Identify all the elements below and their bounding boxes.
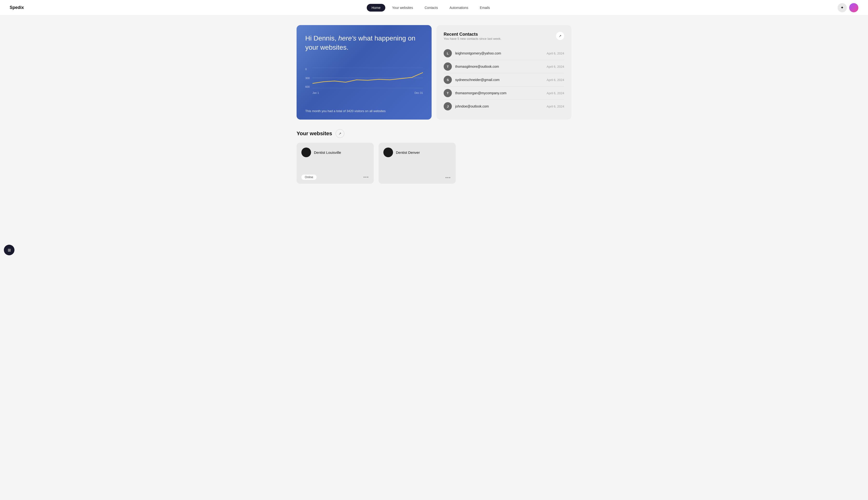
website-icon — [301, 148, 311, 157]
contact-avatar: T — [444, 89, 452, 97]
contact-date: April 6, 2024 — [547, 105, 564, 108]
nav-contacts[interactable]: Contacts — [420, 4, 443, 12]
websites-arrow-button[interactable]: ↗ — [335, 129, 344, 138]
contact-row: L leighmontgomery@yahoo.com April 6, 202… — [444, 47, 564, 60]
your-websites-section: Your websites ↗ Dentist Louisville Onlin… — [297, 129, 571, 184]
website-card-bottom: Online ••• — [301, 174, 369, 180]
main-content: Hi Dennis, here's what happening on your… — [289, 15, 579, 193]
chart-area: 600 300 0 Jan 1 Dec 31 — [305, 68, 423, 94]
contact-date: April 6, 2024 — [547, 91, 564, 95]
chart-x-labels: Jan 1 Dec 31 — [312, 91, 423, 94]
contacts-list: L leighmontgomery@yahoo.com April 6, 202… — [444, 47, 564, 113]
chart-y-labels: 600 300 0 — [305, 68, 310, 88]
contact-email: thomasgilmore@outlook.com — [455, 65, 499, 68]
websites-grid: Dentist Louisville Online ••• Dentist De… — [297, 143, 456, 184]
website-card-top: Dentist Denver — [384, 148, 451, 157]
contact-email: johndoe@outlook.com — [455, 104, 489, 108]
nav-your-websites[interactable]: Your websites — [387, 4, 418, 12]
contact-row: T thomasmorgan@mycompany.com April 6, 20… — [444, 87, 564, 100]
contacts-card-header: Recent Contacts You have 5 new contacts … — [444, 32, 564, 45]
nav-home[interactable]: Home — [367, 4, 385, 12]
contact-left: L leighmontgomery@yahoo.com — [444, 49, 501, 57]
contact-avatar: T — [444, 62, 452, 71]
hero-greeting: Hi Dennis, here's what happening on your… — [305, 34, 423, 57]
more-options-button[interactable]: ••• — [363, 175, 369, 179]
contact-left: T thomasgilmore@outlook.com — [444, 62, 499, 71]
grid-icon: ⊞ — [8, 248, 11, 252]
chart-svg — [312, 68, 423, 88]
user-avatar[interactable] — [849, 3, 858, 12]
nav-emails[interactable]: Emails — [475, 4, 495, 12]
hero-footer: This month you had a total of 3420 visit… — [305, 109, 423, 113]
header-icon-button[interactable]: ✦ — [838, 3, 847, 12]
contact-row: J johndoe@outlook.com April 6, 2024 — [444, 100, 564, 113]
contact-row: T thomasgilmore@outlook.com April 6, 202… — [444, 60, 564, 73]
contacts-header-text: Recent Contacts You have 5 new contacts … — [444, 32, 501, 45]
more-options-button[interactable]: ••• — [445, 175, 451, 180]
website-icon — [384, 148, 393, 157]
hero-card: Hi Dennis, here's what happening on your… — [297, 25, 432, 120]
logo: Spedix — [10, 5, 24, 10]
contact-avatar: S — [444, 76, 452, 84]
section-header: Your websites ↗ — [297, 129, 571, 138]
website-card[interactable]: Dentist Denver ••• — [378, 143, 456, 184]
arrow-up-right-icon: ↗ — [559, 34, 561, 38]
website-name: Dentist Louisville — [314, 150, 341, 155]
contact-email: thomasmorgan@mycompany.com — [455, 91, 506, 95]
contact-date: April 6, 2024 — [547, 52, 564, 55]
online-badge: Online — [301, 174, 317, 180]
nav-automations[interactable]: Automations — [445, 4, 473, 12]
hero-title: Hi Dennis, here's what happening on your… — [305, 34, 423, 52]
contact-left: J johndoe@outlook.com — [444, 102, 489, 111]
contact-email: sydneeschneider@gmail.com — [455, 78, 500, 82]
section-title: Your websites — [297, 130, 332, 137]
contact-avatar: J — [444, 102, 452, 111]
contacts-arrow-button[interactable]: ↗ — [556, 32, 564, 40]
contact-avatar: L — [444, 49, 452, 57]
main-nav: Home Your websites Contacts Automations … — [367, 4, 495, 12]
sparkle-icon: ✦ — [841, 5, 844, 10]
website-name: Dentist Denver — [396, 150, 420, 155]
contact-left: T thomasmorgan@mycompany.com — [444, 89, 506, 97]
header-actions: ✦ — [838, 3, 858, 12]
header: Spedix Home Your websites Contacts Autom… — [0, 0, 868, 15]
recent-contacts-card: Recent Contacts You have 5 new contacts … — [436, 25, 571, 120]
website-card-bottom: ••• — [384, 175, 451, 180]
contact-email: leighmontgomery@yahoo.com — [455, 52, 501, 55]
contacts-subtitle: You have 5 new contacts since last week. — [444, 37, 501, 41]
website-card-top: Dentist Louisville — [301, 148, 369, 157]
arrow-up-right-icon-2: ↗ — [339, 132, 341, 136]
side-grid-button[interactable]: ⊞ — [4, 245, 14, 255]
contacts-title: Recent Contacts — [444, 32, 501, 37]
website-card[interactable]: Dentist Louisville Online ••• — [297, 143, 374, 184]
contact-date: April 6, 2024 — [547, 78, 564, 82]
top-section: Hi Dennis, here's what happening on your… — [297, 25, 571, 120]
contact-left: S sydneeschneider@gmail.com — [444, 76, 500, 84]
contact-row: S sydneeschneider@gmail.com April 6, 202… — [444, 73, 564, 87]
contact-date: April 6, 2024 — [547, 65, 564, 68]
